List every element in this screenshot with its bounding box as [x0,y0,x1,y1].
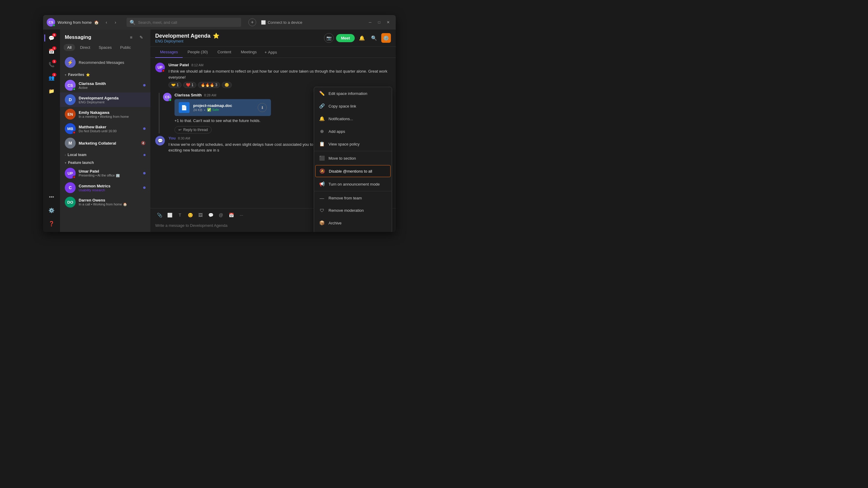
clarissa-thread-avatar: CS [163,93,172,101]
sidebar-item-files[interactable]: 📁 [45,85,58,97]
development-status: ENG Deployment [79,100,146,104]
ctx-edit-space[interactable]: ✏️ Edit space information [314,87,392,100]
tab-direct[interactable]: Direct [76,44,94,51]
reply-to-thread-button[interactable]: ↩ Reply to thread [175,126,212,133]
umar-status: Presenting • At the office 🏢 [79,173,140,177]
ctx-disable-mentions[interactable]: 🔕 Disable @mentions to all [315,165,391,177]
contact-item-umar[interactable]: UP Umar Patel Presenting • At the office… [60,166,150,181]
ctx-move-section[interactable]: ⬛ Move to section [314,152,392,164]
recommended-messages-item[interactable]: ⚡ Recommended Messages [60,55,150,70]
ctx-add-apps[interactable]: ⊕ Add apps [314,125,392,138]
format-button[interactable]: ⬜ [165,211,174,219]
contact-item-marketing[interactable]: M Marketing Collateral 🔇 [60,136,150,150]
recommended-icon: ⚡ [65,57,76,68]
contact-item-darren[interactable]: DO Darren Owens In a call • Working from… [60,195,150,209]
new-message-button[interactable]: ✎ [137,33,146,41]
attachment-card: 📄 project-roadmap.doc 24 KB • ✅ Safe [175,99,271,116]
reaction-smile[interactable]: 😊 [222,82,232,88]
tab-public[interactable]: Public [117,44,134,51]
main-content: 💬 5 📅 1 📞 1 👥 1 📁 ••• [43,30,396,232]
forward-button[interactable]: › [112,19,119,26]
umar-msg-text: I think we should all take a moment to r… [168,68,391,80]
contact-item-matthew[interactable]: MB Matthew Baker Do Not Disturb until 16… [60,121,150,136]
connect-icon: ⬜ [261,20,266,25]
ctx-archive[interactable]: 📦 Archive [314,217,392,229]
filter-button[interactable]: ≡ [127,33,135,41]
emily-status: In a meeting • Working from home [79,115,146,119]
settings-button[interactable]: ⚙️ [45,204,58,216]
minimize-button[interactable]: ─ [366,19,374,26]
ctx-remove-moderation[interactable]: 🛡 Remove moderation [314,204,392,217]
local-team-section-header[interactable]: › Local team [60,150,150,158]
meet-button[interactable]: Meet [336,34,355,42]
schedule-button[interactable]: 📅 [227,211,236,219]
tab-messages[interactable]: Messages [155,47,183,58]
ctx-copy-link[interactable]: 🔗 Copy space link [314,100,392,112]
sidebar-item-calendar[interactable]: 📅 1 [45,45,58,57]
download-button[interactable]: ⬇ [258,103,267,112]
help-button[interactable]: ❓ [45,218,58,230]
umar-msg-time: 8:12 AM [191,63,204,67]
tab-content[interactable]: Content [213,47,236,58]
contact-item-common-metrics[interactable]: C Common Metrics Usability research [60,181,150,195]
feature-launch-section-header[interactable]: ▾ Feature launch [60,158,150,166]
search-input[interactable] [138,20,238,25]
chat-header: Development Agenda ⭐ ENG Deployment 📷 Me… [150,30,396,47]
tab-people[interactable]: People (30) [183,47,213,58]
tab-add-apps[interactable]: +Apps [261,47,280,58]
local-team-label: Local team [67,153,87,157]
title-bar-name: Working from home [58,20,92,25]
sidebar-item-people[interactable]: 👥 1 [45,72,58,84]
reaction-fire[interactable]: 🔥🔥🔥 3 [198,82,220,88]
add-button[interactable]: + [248,19,256,26]
contact-item-clarissa[interactable]: CS Clarissa Smith Active [60,78,150,93]
search-bar[interactable]: 🔍 [127,18,241,27]
ctx-remove-team[interactable]: — Remove from team [314,192,392,204]
favorites-section-header[interactable]: ▾ Favorites ⭐ [60,70,150,78]
matthew-status: Do Not Disturb until 16:00 [79,129,140,133]
messaging-title: Messaging [65,34,91,40]
nav-buttons: ‹ › [102,19,119,26]
ctx-announcement-mode[interactable]: 📢 Turn on announcement mode [314,178,392,190]
text-format-button[interactable]: T [176,211,184,219]
add-apps-icon: ⊕ [319,129,325,134]
sidebar-item-more[interactable]: ••• [45,191,58,203]
local-team-dot [144,154,146,156]
connect-device-button[interactable]: ⬜ Connect to a device [258,20,305,25]
darren-avatar: DO [65,197,76,207]
contact-item-emily[interactable]: EN Emily Nakagawa In a meeting • Working… [60,107,150,121]
mention-button[interactable]: @ [217,211,225,219]
sidebar-item-calls[interactable]: 📞 1 [45,59,58,70]
gif-button[interactable]: 🖼 [196,211,205,219]
tab-meetings[interactable]: Meetings [236,47,261,58]
ctx-view-policy[interactable]: 📋 View space policy [314,138,392,150]
sticker-button[interactable]: 💬 [207,211,215,219]
tab-spaces[interactable]: Spaces [95,44,115,51]
contact-item-development[interactable]: D Development Agenda ENG Deployment [60,93,150,107]
notification-settings-button[interactable]: 🔔 [357,33,367,43]
close-button[interactable]: ✕ [384,19,392,26]
emoji-button[interactable]: 😊 [186,211,194,219]
move-icon: ⬛ [319,156,325,161]
announcement-icon: 📢 [319,181,325,187]
local-team-chevron: › [65,153,66,157]
more-options-button[interactable]: ··· [237,211,246,219]
clarissa-status-dot [73,88,76,91]
video-call-button[interactable]: 📷 [324,33,334,43]
attach-button[interactable]: 📎 [155,211,164,219]
maximize-button[interactable]: □ [375,19,383,26]
remove-mod-icon: 🛡 [319,208,325,213]
ctx-notifications[interactable]: 🔔 Notifications... [314,112,392,125]
back-button[interactable]: ‹ [102,19,110,26]
policy-icon: 📋 [319,141,325,147]
reaction-heart[interactable]: ❤️ 1 [183,82,196,88]
reaction-handshake[interactable]: 🤝 1 [168,82,181,88]
message-umar: UP Umar Patel 8:12 AM I think we should … [155,63,391,88]
search-messages-button[interactable]: 🔍 [369,33,379,43]
clarissa-thread-status [169,98,172,101]
ctx-meeting-capabilities[interactable]: 🎥 Meeting capabilities [314,229,392,232]
sidebar-item-chat[interactable]: 💬 5 [45,32,58,44]
umar-msg-status [162,69,165,72]
tab-all[interactable]: All [64,44,75,51]
space-settings-button[interactable]: ⚙️ [381,33,391,43]
